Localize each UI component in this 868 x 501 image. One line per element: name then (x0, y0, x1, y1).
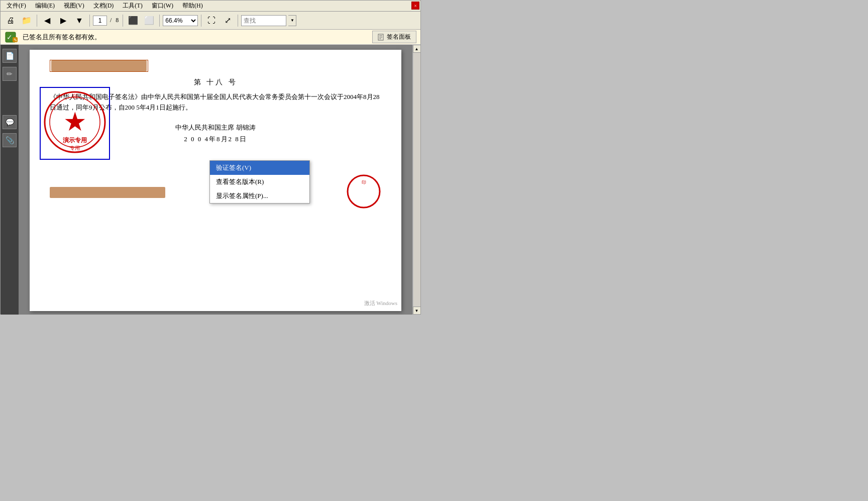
toolbar: 🖨 📁 ◀ ▶ ▼ / 8 ⬛ ⬜ 66.4% ⛶ ⤢ ▼ (1, 12, 420, 30)
page-separator: / (109, 17, 113, 24)
sidebar-pages-icon[interactable]: 📄 (3, 49, 17, 63)
window-close-button[interactable]: × (411, 2, 419, 10)
scroll-track[interactable] (413, 53, 420, 307)
svg-text:专用: 专用 (70, 145, 80, 151)
bottom-seal-partial: 印 (346, 174, 381, 211)
document-title-area: 第 十八 号 (50, 78, 381, 87)
sidebar-attachments-icon[interactable]: 📎 (3, 133, 17, 147)
page-number-input[interactable] (93, 16, 107, 26)
toolbar-separator-6 (238, 15, 238, 27)
svg-text:印: 印 (72, 93, 78, 99)
open-button[interactable]: 📁 (20, 14, 34, 28)
left-sidebar: 📄 ✏ 💬 📎 (1, 45, 19, 315)
menu-view[interactable]: 视图(V) (60, 1, 88, 11)
context-menu-verify[interactable]: 验证签名(V) (210, 161, 309, 175)
page-total: 8 (115, 17, 120, 24)
fit-width-button[interactable]: ⬜ (142, 14, 156, 28)
page-down-button[interactable]: ▼ (72, 14, 86, 28)
svg-text:★: ★ (63, 108, 87, 136)
fit-page-button[interactable]: ⬛ (126, 14, 140, 28)
signature-panel-button[interactable]: 签名面板 (372, 31, 416, 43)
scroll-up-button[interactable]: ▲ (413, 45, 421, 53)
sidebar-bookmarks-icon[interactable]: ✏ (3, 67, 17, 81)
context-menu-show-properties[interactable]: 显示签名属性(P)... (210, 189, 309, 203)
toolbar-separator-5 (201, 15, 201, 27)
search-dropdown-button[interactable]: ▼ (288, 15, 296, 26)
menu-window[interactable]: 窗口(W) (148, 1, 177, 11)
menu-edit[interactable]: 编辑(E) (31, 1, 59, 11)
right-scrollbar[interactable]: ▲ ▼ (412, 45, 420, 315)
menu-help[interactable]: 帮助(H) (178, 1, 207, 11)
sidebar-comments-icon[interactable]: 💬 (3, 115, 17, 129)
context-menu: 验证签名(V) 查看签名版本(R) 显示签名属性(P)... (209, 160, 310, 204)
document-number: 第 十八 号 (194, 78, 238, 86)
menu-doc[interactable]: 文档(D) (89, 1, 118, 11)
app-window: × 文件(F) 编辑(E) 视图(V) 文档(D) 工具(T) 窗口(W) 帮助… (0, 0, 421, 314)
actual-size-button[interactable]: ⤢ (221, 14, 235, 28)
context-menu-view-version[interactable]: 查看签名版本(R) (210, 175, 309, 189)
signature-panel-label: 签名面板 (387, 33, 411, 41)
signature-status-bar: ✓ ✎ 已签名且所有签名都有效。 签名面板 (1, 30, 420, 45)
signature-label: 中华人民共和国主席 胡锦涛 (175, 124, 255, 131)
document-body-area: ★ 印 演示专用 专用 《中华人民共和国电子签名法》由中华人民共和国第十届全国人… (50, 92, 381, 144)
back-button[interactable]: ◀ (40, 14, 54, 28)
toolbar-separator-2 (89, 15, 90, 27)
toolbar-separator-4 (159, 15, 160, 27)
menu-file[interactable]: 文件(F) (3, 1, 30, 11)
svg-text:印: 印 (362, 180, 366, 185)
seal-svg: ★ 印 演示专用 专用 (42, 89, 107, 155)
print-button[interactable]: 🖨 (4, 14, 18, 28)
bottom-seal-svg: 印 (346, 174, 381, 209)
fullscreen-button[interactable]: ⛶ (204, 14, 219, 28)
toolbar-separator-3 (123, 15, 123, 27)
content-area: 📄 ✏ 💬 📎 第 十八 号 (1, 45, 420, 315)
windows-activation-text: 激活 Windows (364, 299, 397, 307)
scroll-down-button[interactable]: ▼ (413, 307, 421, 315)
search-input[interactable] (241, 15, 286, 26)
redacted-bar-border (50, 60, 148, 72)
svg-text:演示专用: 演示专用 (63, 137, 87, 144)
top-redacted-area (50, 60, 381, 74)
svg-text:✎: ✎ (14, 38, 18, 43)
red-seal: ★ 印 演示专用 专用 (42, 89, 107, 155)
signature-status-text: 已签名且所有签名都有效。 (23, 33, 368, 42)
pen-icon (378, 34, 385, 41)
svg-text:✓: ✓ (7, 34, 13, 41)
forward-button[interactable]: ▶ (56, 14, 70, 28)
toolbar-separator-1 (37, 15, 37, 27)
seal-wrapper: ★ 印 演示专用 专用 (40, 87, 120, 165)
menu-bar: 文件(F) 编辑(E) 视图(V) 文档(D) 工具(T) 窗口(W) 帮助(H… (1, 1, 420, 12)
redacted-bar-top (51, 60, 147, 71)
redacted-bar-bottom (50, 187, 165, 198)
document-area: 第 十八 号 (19, 45, 412, 315)
signature-valid-icon: ✓ ✎ (5, 30, 19, 44)
menu-tools[interactable]: 工具(T) (119, 1, 146, 11)
zoom-select[interactable]: 66.4% (163, 15, 198, 26)
